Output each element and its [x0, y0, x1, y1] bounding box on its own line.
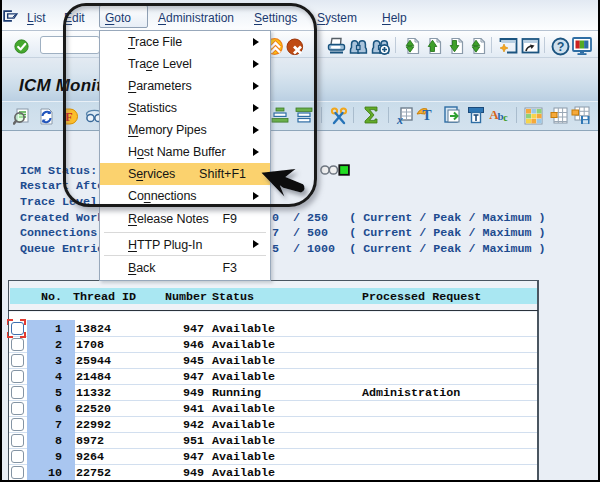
- svg-text:?: ?: [557, 40, 565, 54]
- svg-text:x: x: [396, 113, 403, 125]
- svg-text:c: c: [503, 112, 508, 123]
- svg-text:T: T: [422, 108, 432, 123]
